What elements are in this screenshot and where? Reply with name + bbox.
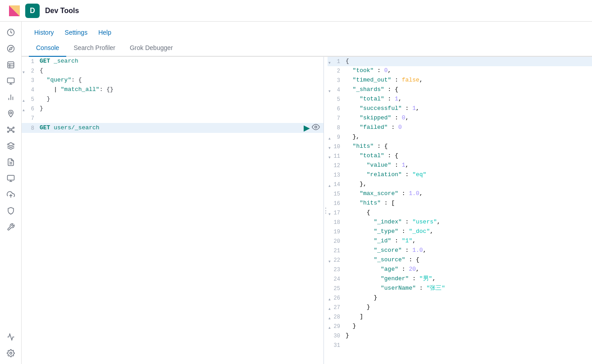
right-num-2: 2 [328,66,346,76]
right-content-29: } [346,322,592,331]
sidebar-icon-shield[interactable] [4,204,18,218]
right-content-8: "failed" : 0 [346,123,592,132]
right-num-17: ▼17 [328,208,346,218]
left-code-editor[interactable]: 1 GET _search ▼2 { 3 "query": { 4 | "mat… [22,57,323,364]
code-content-2: { [40,66,323,75]
panel-resizer[interactable] [324,57,328,364]
right-content-17: { [346,208,592,217]
editor-area: 1 GET _search ▼2 { 3 "query": { 4 | "mat… [22,57,592,364]
code-content-3: "query": { [40,76,323,85]
sidebar-icon-table[interactable] [4,74,18,88]
code-line-2: ▼2 { [22,66,323,76]
right-num-11: ▼11 [328,151,346,161]
query-settings-button[interactable] [312,123,320,133]
right-content-16: "hits" : [ [346,199,592,208]
svg-point-18 [13,127,14,128]
right-num-7: 7 [328,114,346,123]
sidebar-icon-upload[interactable] [4,187,18,202]
svg-point-17 [7,127,9,128]
sidebar-icon-compass[interactable] [4,41,18,56]
nav-help[interactable]: Help [93,25,117,40]
right-num-16: 16 [328,199,346,208]
code-line-7: 7 [22,114,323,123]
code-line-5: ▲5 } [22,95,323,104]
code-content-6: } [40,104,323,113]
right-line-19: 19 "_type" : "_doc", [328,227,592,237]
right-line-16: 16 "hits" : [ [328,199,592,208]
tab-console[interactable]: Console [29,40,66,57]
right-content-28: ] [346,312,592,321]
line-num-4: 4 [22,85,40,95]
app-title: Dev Tools [45,7,79,15]
nav-row: History Settings Help [22,22,592,40]
right-line-21: 21 "_score" : 1.0, [328,246,592,255]
svg-point-15 [9,112,12,114]
nav-settings[interactable]: Settings [59,25,93,40]
right-line-29: ▲29 } [328,322,592,331]
right-num-8: 8 [328,123,346,132]
sidebar-icon-pulse[interactable] [4,330,18,344]
right-num-28: ▲28 [328,312,346,322]
nav-history[interactable]: History [29,25,59,40]
tab-grok-debugger[interactable]: Grok Debugger [123,40,180,57]
svg-line-22 [11,128,13,129]
sidebar-icon-logs[interactable] [4,155,18,169]
right-content-13: "relation" : "eq" [346,170,592,179]
sidebar-icon-stack[interactable] [4,139,18,153]
right-num-4: ▼4 [328,85,346,95]
right-content-24: "gender" : "男", [346,274,592,283]
right-line-13: 13 "relation" : "eq" [328,170,592,180]
right-content-21: "_score" : 1.0, [346,246,592,255]
right-num-20: 20 [328,237,346,246]
right-content-20: "_id" : "1", [346,237,592,246]
sidebar-icon-clock[interactable] [4,25,18,40]
right-num-13: 13 [328,170,346,180]
sidebar-icon-chart[interactable] [4,58,18,72]
right-code-editor[interactable]: ▼1 { 2 "took" : 0, 3 "timed_out" : false… [328,57,592,364]
run-button[interactable]: ▶ [304,123,310,133]
kibana-logo-icon [7,4,22,18]
right-content-22: "_source" : { [346,255,592,264]
sidebar-icon-gear[interactable] [4,346,18,360]
right-num-14: ▲14 [328,180,346,189]
right-content-15: "max_score" : 1.0, [346,189,592,198]
right-content-1: { [346,57,592,66]
right-line-31: 31 [328,341,592,350]
right-num-12: 12 [328,161,346,170]
line-actions: ▶ [304,123,323,133]
right-line-28: ▲28 ] [328,312,592,322]
right-num-31: 31 [328,341,346,350]
code-line-8: 8 GET users/_search ▶ [22,123,323,133]
right-num-15: 15 [328,189,346,199]
code-line-4: 4 | "match_all": {} [22,85,323,95]
code-line-3: 3 "query": { [22,76,323,85]
svg-marker-4 [9,47,12,50]
right-content-23: "age" : 20, [346,265,592,274]
right-line-25: 25 "userName" : "张三" [328,284,592,293]
tab-search-profiler[interactable]: Search Profiler [66,40,123,57]
right-line-26: ▲26 } [328,293,592,303]
sidebar-icon-bar[interactable] [4,90,18,105]
right-line-2: 2 "took" : 0, [328,66,592,76]
right-content-3: "timed_out" : false, [346,76,592,85]
right-num-19: 19 [328,227,346,237]
sidebar-icon-nodes[interactable] [4,123,18,137]
top-bar: D Dev Tools [0,0,592,22]
right-num-5: 5 [328,95,346,104]
right-content-14: }, [346,180,592,189]
right-line-23: 23 "age" : 20, [328,265,592,274]
right-content-5: "total" : 1, [346,95,592,104]
right-content-6: "successful" : 1, [346,104,592,113]
code-content-8: GET users/_search [40,123,304,132]
svg-line-21 [9,128,10,129]
right-num-29: ▲29 [328,322,346,331]
right-line-7: 7 "skipped" : 0, [328,114,592,123]
sidebar-icon-wrench[interactable] [4,220,18,234]
right-content-2: "took" : 0, [346,66,592,75]
sidebar-icon-map[interactable] [4,106,18,121]
right-num-6: 6 [328,104,346,114]
sidebar-icon-monitor[interactable] [4,171,18,186]
code-content-4: | "match_all": {} [40,85,323,94]
right-line-20: 20 "_id" : "1", [328,237,592,246]
right-content-4: "_shards" : { [346,85,592,94]
